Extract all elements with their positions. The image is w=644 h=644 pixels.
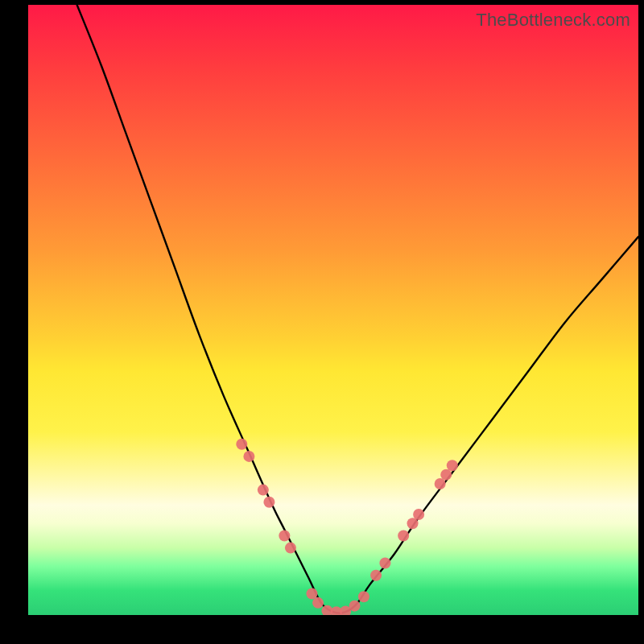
marker-dot [236,439,247,450]
marker-dot [312,597,324,609]
marker-group [236,439,458,615]
marker-dot [370,570,382,581]
marker-dot [435,478,446,489]
marker-dot [263,497,275,508]
marker-dot [379,558,390,569]
plot-area: TheBottleneck.com [28,5,638,615]
marker-dot [349,601,361,612]
bottleneck-curve [77,5,638,613]
marker-dot [306,588,317,599]
marker-dot [243,451,254,462]
marker-dot [447,460,458,471]
marker-dot [258,485,269,496]
marker-dot [285,543,296,554]
marker-dot [440,469,452,481]
marker-dot [358,591,369,602]
marker-dot [413,509,424,520]
chart-frame: TheBottleneck.com [0,0,644,644]
marker-dot [407,518,419,529]
marker-dot [279,530,290,541]
curve-svg [28,5,638,615]
marker-dot [398,530,409,541]
